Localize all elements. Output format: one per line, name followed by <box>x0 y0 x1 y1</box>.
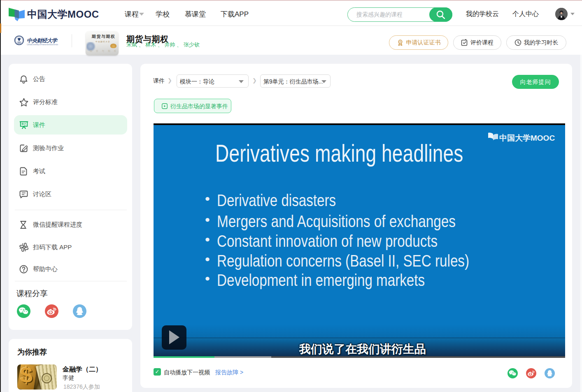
svg-text:Central University of Finance: Central University of Finance and Econom… <box>27 44 58 46</box>
svg-text:中央财经大学: 中央财经大学 <box>27 37 58 44</box>
